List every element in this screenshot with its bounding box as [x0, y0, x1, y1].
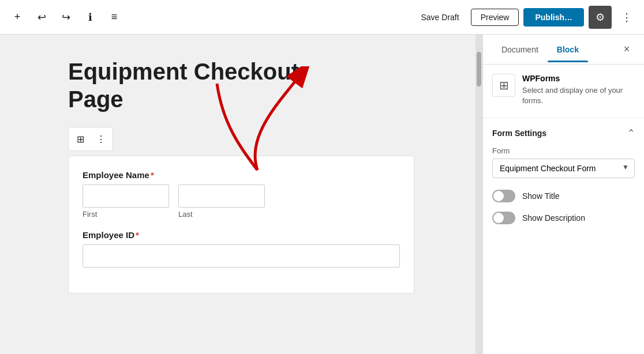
- form-settings-header: Form Settings ⌃: [492, 127, 635, 138]
- block-description: Select and display one of your forms.: [522, 85, 635, 106]
- form-settings-title: Form Settings: [492, 129, 546, 138]
- editor-area[interactable]: Equipment Checkout Page ⊞ ⋮ Employee Nam…: [0, 35, 482, 354]
- last-name-input[interactable]: [178, 184, 265, 208]
- editor-scrollbar[interactable]: [475, 35, 482, 354]
- form-settings-toggle[interactable]: ⌃: [627, 127, 635, 138]
- toolbar: + ↩ ↪ ℹ ≡ Save Draft Preview Publish… ⚙ …: [0, 0, 644, 35]
- employee-id-input[interactable]: [83, 244, 400, 268]
- redo-button[interactable]: ↪: [55, 7, 76, 28]
- block-more-button[interactable]: ⋮: [92, 130, 110, 148]
- block-info: ⊞ WPForms Select and display one of your…: [492, 74, 635, 106]
- preview-button[interactable]: Preview: [471, 9, 519, 26]
- toolbar-right: Save Draft Preview Publish… ⚙ ⋮: [414, 6, 638, 29]
- settings-button[interactable]: ⚙: [589, 6, 612, 29]
- publish-button[interactable]: Publish…: [523, 8, 584, 27]
- employee-id-field: Employee ID*: [83, 230, 400, 268]
- show-description-row: Show Description: [492, 212, 635, 224]
- sidebar-divider: [483, 118, 644, 118]
- first-name-input[interactable]: [83, 184, 169, 208]
- block-tab[interactable]: Block: [548, 37, 588, 62]
- form-block: Employee Name* First Last Employee ID*: [68, 156, 414, 293]
- employee-id-label: Employee ID*: [83, 230, 400, 240]
- scrollbar-thumb: [477, 52, 481, 86]
- sidebar-panel: Document Block × ⊞ WPForms Select and di…: [482, 35, 644, 354]
- undo-button[interactable]: ↩: [31, 7, 52, 28]
- document-tab[interactable]: Document: [492, 37, 548, 62]
- block-details: WPForms Select and display one of your f…: [522, 74, 635, 106]
- name-inputs-row: [83, 184, 400, 208]
- sidebar-close-button[interactable]: ×: [619, 42, 635, 58]
- add-block-button[interactable]: +: [7, 7, 28, 28]
- block-name-label: WPForms: [522, 74, 635, 83]
- save-draft-button[interactable]: Save Draft: [414, 9, 466, 25]
- first-sublabel: First: [83, 210, 169, 219]
- toolbar-left: + ↩ ↪ ℹ ≡: [7, 7, 412, 28]
- show-title-label: Show Title: [522, 191, 560, 201]
- form-select-group: Form Equipment Checkout Form ▼: [492, 146, 635, 178]
- show-description-label: Show Description: [522, 213, 585, 223]
- form-select[interactable]: Equipment Checkout Form: [492, 159, 635, 178]
- editor-inner: Equipment Checkout Page ⊞ ⋮ Employee Nam…: [33, 35, 449, 317]
- employee-name-label: Employee Name*: [83, 170, 400, 180]
- show-title-toggle[interactable]: [492, 190, 515, 202]
- page-title: Equipment Checkout Page: [68, 58, 414, 113]
- required-star: *: [151, 170, 154, 180]
- show-description-toggle[interactable]: [492, 212, 515, 224]
- sidebar-header: Document Block ×: [483, 35, 644, 65]
- employee-name-field: Employee Name* First Last: [83, 170, 400, 219]
- show-title-row: Show Title: [492, 190, 635, 202]
- info-button[interactable]: ℹ: [80, 7, 100, 28]
- wpforms-block-icon: ⊞: [492, 74, 515, 97]
- form-select-wrapper: Equipment Checkout Form ▼: [492, 159, 635, 178]
- list-view-button[interactable]: ≡: [104, 7, 125, 28]
- block-toolbar: ⊞ ⋮: [68, 127, 113, 151]
- sidebar-content: ⊞ WPForms Select and display one of your…: [483, 65, 644, 354]
- name-sublabels: First Last: [83, 210, 400, 219]
- block-type-button[interactable]: ⊞: [71, 130, 89, 148]
- required-star-2: *: [136, 230, 139, 240]
- more-options-button[interactable]: ⋮: [616, 7, 637, 28]
- last-sublabel: Last: [178, 210, 265, 219]
- sidebar-tabs: Document Block: [492, 37, 619, 62]
- main-content: Equipment Checkout Page ⊞ ⋮ Employee Nam…: [0, 35, 644, 354]
- form-select-label: Form: [492, 146, 635, 155]
